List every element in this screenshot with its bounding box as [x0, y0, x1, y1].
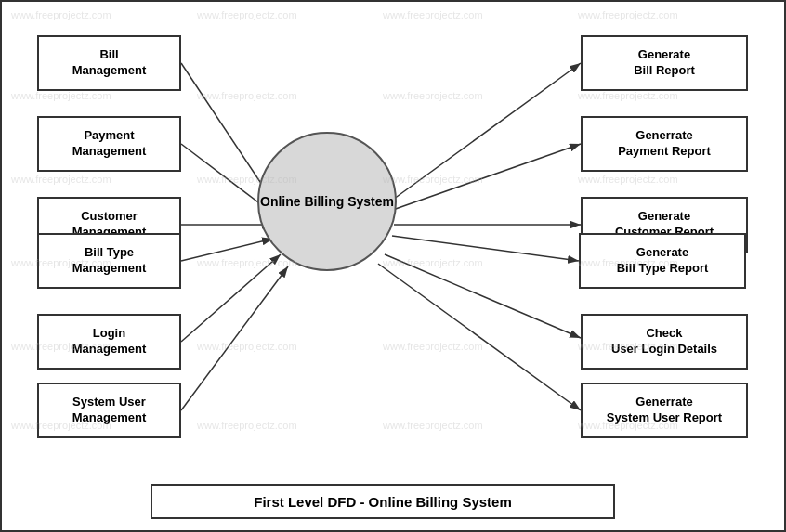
watermark: www.freeprojectz.com — [197, 341, 297, 352]
watermark: www.freeprojectz.com — [11, 9, 111, 20]
svg-line-8 — [390, 144, 581, 211]
svg-line-12 — [378, 264, 581, 410]
svg-line-10 — [392, 236, 579, 261]
box-gen-bill-report: GenerateBill Report — [581, 35, 748, 91]
box-gen-payment-report: GenerratePayment Report — [581, 116, 748, 172]
watermark: www.freeprojectz.com — [578, 9, 678, 20]
watermark: www.freeprojectz.com — [383, 174, 483, 185]
watermark: www.freeprojectz.com — [383, 90, 483, 101]
diagram-container: www.freeprojectz.com www.freeprojectz.co… — [0, 0, 786, 532]
watermark: www.freeprojectz.com — [383, 420, 483, 431]
box-payment-mgmt: PaymentManagement — [37, 116, 181, 172]
watermark: www.freeprojectz.com — [578, 174, 678, 185]
svg-line-6 — [181, 266, 288, 410]
box-login-mgmt: LoginManagement — [37, 314, 181, 370]
center-circle: Online Billing System — [257, 132, 397, 271]
svg-line-4 — [181, 239, 273, 261]
watermark: www.freeprojectz.com — [11, 174, 111, 185]
watermark: www.freeprojectz.com — [197, 90, 297, 101]
watermark: www.freeprojectz.com — [197, 420, 297, 431]
watermark: www.freeprojectz.com — [11, 90, 111, 101]
svg-line-7 — [390, 63, 581, 201]
svg-line-11 — [385, 254, 581, 338]
box-check-login: CheckUser Login Details — [581, 314, 748, 370]
title-box: First Level DFD - Online Billing System — [151, 484, 615, 519]
watermark: www.freeprojectz.com — [197, 9, 297, 20]
box-bill-mgmt: BillManagement — [37, 35, 181, 91]
watermark: www.freeprojectz.com — [383, 257, 483, 268]
svg-line-5 — [181, 254, 281, 342]
watermark: www.freeprojectz.com — [383, 341, 483, 352]
watermark: www.freeprojectz.com — [383, 9, 483, 20]
box-gen-billtype-report: GenerateBill Type Report — [579, 233, 746, 289]
box-billtype-mgmt: Bill TypeManagement — [37, 233, 181, 289]
center-label: Online Billing System — [260, 193, 394, 210]
box-sysuser-mgmt: System UserManagement — [37, 383, 181, 438]
watermark: www.freeprojectz.com — [578, 90, 678, 101]
box-gen-sysuser-report: GenerrateSystem User Report — [581, 383, 748, 438]
diagram-title: First Level DFD - Online Billing System — [254, 494, 512, 510]
watermark: www.freeprojectz.com — [197, 257, 297, 268]
